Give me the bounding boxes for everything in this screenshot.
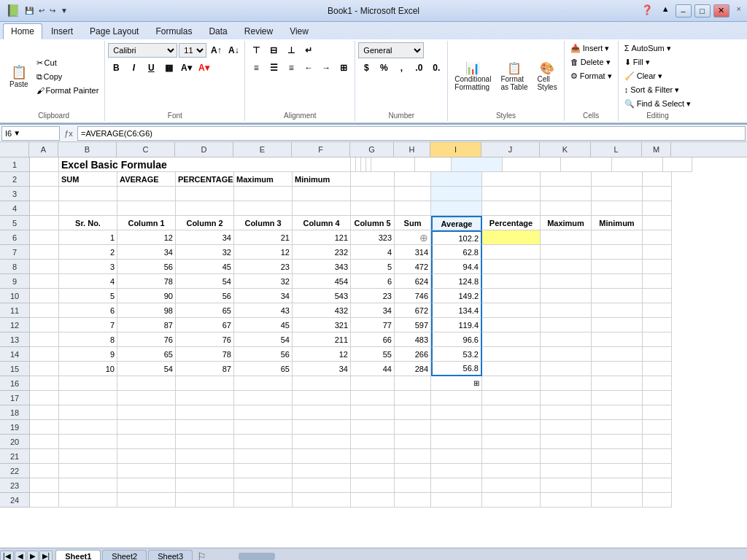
- cell-E8[interactable]: 23: [234, 260, 293, 274]
- font-size-select[interactable]: 11: [179, 43, 206, 58]
- cell-E2[interactable]: Maximum: [234, 172, 293, 187]
- cell-G13[interactable]: 66: [351, 332, 395, 347]
- cell-I15[interactable]: 56.8: [431, 362, 482, 376]
- cell-M15[interactable]: [643, 362, 672, 376]
- row-18[interactable]: 18: [0, 405, 29, 420]
- increase-indent-btn[interactable]: →: [318, 61, 334, 75]
- comma-btn[interactable]: ,: [393, 61, 409, 75]
- cell-L8[interactable]: [592, 260, 643, 274]
- cell-A11[interactable]: [30, 303, 59, 318]
- cell-J10[interactable]: [482, 289, 541, 303]
- align-middle-btn[interactable]: ⊟: [266, 43, 282, 58]
- row-17[interactable]: 17: [0, 391, 29, 405]
- cell-M2[interactable]: [643, 172, 672, 187]
- cell-D3[interactable]: [176, 187, 234, 201]
- align-bottom-btn[interactable]: ⊥: [283, 43, 299, 58]
- cell-G15[interactable]: 44: [351, 362, 395, 376]
- cell-D16[interactable]: [176, 376, 234, 391]
- cell-G12[interactable]: 77: [351, 318, 395, 332]
- cell-J8[interactable]: [482, 260, 541, 274]
- col-header-C[interactable]: C: [117, 142, 175, 157]
- cell-M10[interactable]: [643, 289, 672, 303]
- sheet-tab-sheet2[interactable]: Sheet2: [102, 550, 147, 560]
- align-right-btn[interactable]: ≡: [283, 61, 299, 75]
- cell-A16[interactable]: [30, 376, 59, 391]
- col-header-B[interactable]: B: [58, 142, 117, 157]
- cell-I13[interactable]: 96.6: [431, 332, 482, 347]
- cell-C1[interactable]: [351, 158, 356, 172]
- italic-button[interactable]: I: [125, 61, 142, 75]
- cell-M8[interactable]: [643, 260, 672, 274]
- cell-M11[interactable]: [643, 303, 672, 318]
- cell-B6[interactable]: 1: [59, 230, 117, 245]
- cell-H16[interactable]: [395, 376, 431, 391]
- cell-A17[interactable]: [30, 391, 59, 405]
- cell-D15[interactable]: 87: [176, 362, 234, 376]
- cell-G7[interactable]: 4: [351, 245, 395, 260]
- cell-B7[interactable]: 2: [59, 245, 117, 260]
- cell-J5[interactable]: Percentage: [482, 216, 541, 230]
- cell-C3[interactable]: [117, 187, 176, 201]
- cell-F6[interactable]: 121: [293, 230, 351, 245]
- save-quick-btn[interactable]: 💾: [23, 6, 35, 15]
- tab-view[interactable]: View: [282, 23, 317, 39]
- new-sheet-btn[interactable]: ⚐: [197, 551, 206, 561]
- cell-I4[interactable]: [431, 201, 482, 216]
- cell-L15[interactable]: [592, 362, 643, 376]
- cell-L12[interactable]: [592, 318, 643, 332]
- cell-H7[interactable]: 314: [395, 245, 431, 260]
- cell-C15[interactable]: 54: [117, 362, 176, 376]
- cell-K14[interactable]: [541, 347, 592, 362]
- cell-G9[interactable]: 6: [351, 274, 395, 289]
- tab-review[interactable]: Review: [236, 23, 281, 39]
- row-2[interactable]: 2: [0, 172, 29, 187]
- sheet-prev-btn[interactable]: ◀: [15, 551, 26, 560]
- cell-M7[interactable]: [643, 245, 672, 260]
- cell-D2[interactable]: PERCENTAGE: [176, 172, 234, 187]
- row-23[interactable]: 23: [0, 478, 29, 493]
- col-header-M[interactable]: M: [642, 142, 671, 157]
- conditional-format-btn[interactable]: 📊 ConditionalFormatting: [451, 55, 495, 98]
- cell-F9[interactable]: 454: [293, 274, 351, 289]
- bold-button[interactable]: B: [108, 61, 124, 75]
- row-6[interactable]: 6: [0, 230, 29, 245]
- cell-H5[interactable]: Sum: [395, 216, 431, 230]
- ribbon-toggle-btn[interactable]: ▲: [662, 4, 670, 18]
- format-cells-btn[interactable]: ⚙ Format ▾: [568, 70, 615, 82]
- cell-H6[interactable]: ⊕: [395, 230, 431, 245]
- cell-A7[interactable]: [30, 245, 59, 260]
- tab-data[interactable]: Data: [201, 23, 235, 39]
- cut-button[interactable]: ✂ Cut: [34, 57, 102, 69]
- cell-E12[interactable]: 45: [234, 318, 293, 332]
- row-13[interactable]: 13: [0, 332, 29, 347]
- cell-H14[interactable]: 266: [395, 347, 431, 362]
- cell-B4[interactable]: [59, 201, 117, 216]
- cell-A5[interactable]: [30, 216, 59, 230]
- cell-I7[interactable]: 62.8: [431, 245, 482, 260]
- row-10[interactable]: 10: [0, 289, 29, 303]
- cell-L14[interactable]: [592, 347, 643, 362]
- cell-F12[interactable]: 321: [293, 318, 351, 332]
- cell-B10[interactable]: 5: [59, 289, 117, 303]
- cell-H15[interactable]: 284: [395, 362, 431, 376]
- cell-E5[interactable]: Column 3: [234, 216, 293, 230]
- undo-quick-btn[interactable]: ↩: [37, 6, 46, 15]
- cell-K16[interactable]: [541, 376, 592, 391]
- cell-B11[interactable]: 6: [59, 303, 117, 318]
- row-11[interactable]: 11: [0, 303, 29, 318]
- cell-H2[interactable]: [395, 172, 431, 187]
- cell-J4[interactable]: [482, 201, 541, 216]
- cell-D6[interactable]: 34: [176, 230, 234, 245]
- tab-home[interactable]: Home: [3, 23, 42, 39]
- cell-I11[interactable]: 134.4: [431, 303, 482, 318]
- cell-A10[interactable]: [30, 289, 59, 303]
- cell-M12[interactable]: [643, 318, 672, 332]
- cell-F4[interactable]: [293, 201, 351, 216]
- cell-D14[interactable]: 78: [176, 347, 234, 362]
- row-4[interactable]: 4: [0, 201, 29, 216]
- insert-cells-btn[interactable]: 📥 Insert ▾: [568, 42, 615, 55]
- horizontal-scrollbar[interactable]: [209, 551, 744, 561]
- cell-E11[interactable]: 43: [234, 303, 293, 318]
- cell-G5[interactable]: Column 5: [351, 216, 395, 230]
- cell-F15[interactable]: 34: [293, 362, 351, 376]
